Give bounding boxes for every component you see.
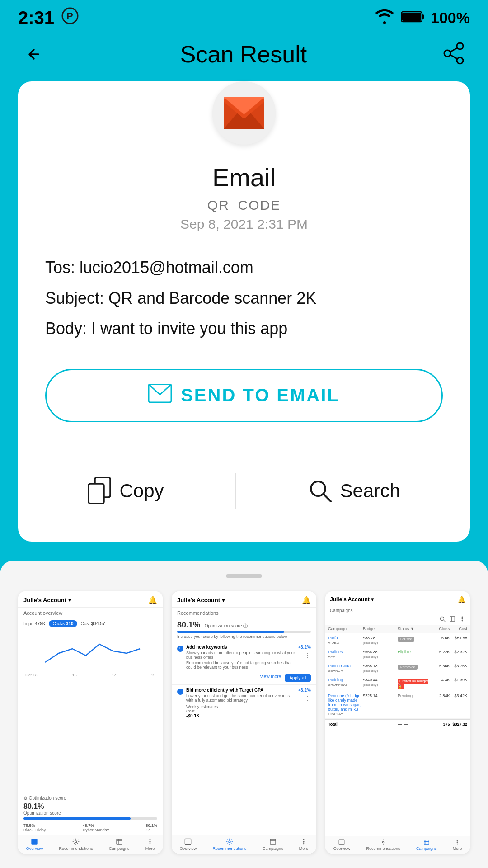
search-button[interactable]: Search: [295, 470, 413, 513]
detail-body: Body: I want to invite you this app: [45, 316, 443, 342]
svg-point-6: [457, 57, 463, 64]
svg-rect-41: [450, 617, 455, 622]
toolbar: Scan Result: [0, 32, 488, 77]
email-envelope-icon: [224, 97, 264, 129]
send-envelope-icon: [148, 384, 172, 407]
svg-rect-3: [422, 14, 424, 19]
detail-to: Tos: lucio2015@hotmail.com: [45, 255, 443, 281]
bottom-cards-row: Julie's Account ▾ 🔔 Account overview Imp…: [18, 591, 470, 854]
card-details: Tos: lucio2015@hotmail.com Subject: QR a…: [45, 255, 443, 342]
card-qr-subtitle: QR_CODE: [45, 198, 443, 213]
status-left: 2:31 P: [18, 7, 79, 28]
svg-point-21: [75, 841, 77, 843]
svg-point-46: [462, 620, 463, 621]
back-button[interactable]: [23, 45, 45, 63]
card-email-title: Email: [45, 163, 443, 192]
parking-icon: P: [61, 7, 79, 28]
svg-rect-20: [32, 839, 38, 844]
email-icon-circle: [212, 81, 276, 145]
copy-icon: [88, 477, 111, 505]
card-date: Sep 8, 2021 2:31 PM: [45, 217, 443, 232]
status-time: 2:31: [18, 8, 54, 28]
copy-button[interactable]: Copy: [74, 468, 177, 514]
svg-rect-33: [270, 839, 276, 844]
search-icon: [308, 479, 332, 504]
svg-rect-17: [89, 484, 104, 504]
svg-line-19: [324, 494, 331, 501]
bottom-card-1: Julie's Account ▾ 🔔 Account overview Imp…: [18, 591, 163, 854]
svg-rect-49: [424, 840, 429, 845]
battery-icon: [401, 10, 424, 25]
send-email-button[interactable]: SEND TO EMAIL: [45, 369, 443, 422]
send-email-label: SEND TO EMAIL: [181, 385, 340, 406]
action-buttons: Copy Search: [45, 468, 443, 514]
bottom-card-3: Julie's Account ▾ 🔔 Campaigns Campaign B…: [325, 591, 470, 854]
svg-line-40: [444, 620, 446, 622]
scan-result-card: Email QR_CODE Sep 8, 2021 2:31 PM Tos: l…: [18, 81, 470, 542]
svg-point-52: [457, 840, 458, 841]
scroll-indicator: [226, 574, 262, 578]
svg-point-25: [150, 839, 150, 840]
card-icon-wrapper: [45, 81, 443, 145]
svg-point-54: [457, 844, 458, 844]
search-label: Search: [340, 480, 400, 502]
bottom-card-2: Julie's Account ▾ 🔔 Recommendations 80.1…: [172, 591, 316, 854]
svg-rect-47: [339, 840, 345, 845]
card-divider: [45, 445, 443, 445]
svg-point-45: [462, 618, 463, 619]
svg-point-7: [444, 50, 450, 57]
svg-point-30: [177, 689, 183, 695]
svg-line-8: [450, 48, 457, 52]
svg-point-39: [440, 617, 444, 620]
copy-label: Copy: [119, 480, 164, 502]
action-divider: [235, 473, 236, 509]
svg-point-5: [457, 43, 463, 49]
svg-point-37: [303, 841, 304, 842]
svg-point-27: [150, 844, 150, 844]
svg-rect-22: [117, 839, 122, 844]
svg-text:P: P: [66, 10, 73, 22]
svg-rect-4: [402, 13, 421, 21]
status-bar: 2:31 P 100%: [0, 0, 488, 32]
svg-point-53: [457, 842, 458, 843]
detail-subject: Subject: QR and Barcode scanner 2K: [45, 285, 443, 311]
svg-point-26: [150, 841, 150, 842]
svg-rect-31: [185, 839, 191, 844]
share-button[interactable]: [442, 42, 465, 67]
wifi-icon: [375, 9, 394, 26]
svg-text:+: +: [179, 646, 181, 651]
svg-point-44: [462, 617, 463, 618]
svg-point-38: [303, 844, 304, 844]
svg-point-32: [229, 841, 230, 843]
svg-point-36: [303, 839, 304, 840]
svg-line-9: [450, 55, 457, 59]
svg-point-48: [382, 841, 384, 843]
battery-text: 100%: [431, 9, 470, 27]
page-title: Scan Result: [180, 41, 307, 68]
bottom-preview-area: Julie's Account ▾ 🔔 Account overview Imp…: [0, 561, 488, 868]
status-right: 100%: [375, 9, 470, 27]
